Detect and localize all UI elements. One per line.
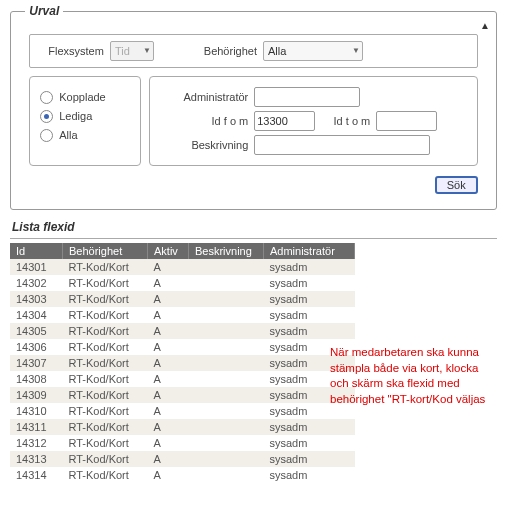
cell-aktiv: A bbox=[148, 451, 189, 467]
cell-administrator: sysadm bbox=[264, 435, 355, 451]
cell-beskrivning bbox=[189, 259, 264, 275]
cell-id: 14312 bbox=[10, 435, 63, 451]
col-aktiv[interactable]: Aktiv bbox=[148, 243, 189, 259]
cell-administrator: sysadm bbox=[264, 307, 355, 323]
cell-id: 14301 bbox=[10, 259, 63, 275]
table-row[interactable]: 14302RT-Kod/KortAsysadm bbox=[10, 275, 355, 291]
cell-id: 14310 bbox=[10, 403, 63, 419]
cell-beskrivning bbox=[189, 419, 264, 435]
cell-aktiv: A bbox=[148, 275, 189, 291]
filter-fields: Administratör Id f o m Id t o m Beskrivn… bbox=[149, 76, 478, 166]
cell-administrator: sysadm bbox=[264, 323, 355, 339]
cell-behorighet: RT-Kod/Kort bbox=[63, 323, 148, 339]
administrator-label: Administratör bbox=[158, 91, 248, 103]
cell-id: 14302 bbox=[10, 275, 63, 291]
table-row[interactable]: 14305RT-Kod/KortAsysadm bbox=[10, 323, 355, 339]
table-row[interactable]: 14313RT-Kod/KortAsysadm bbox=[10, 451, 355, 467]
col-administrator[interactable]: Administratör bbox=[264, 243, 355, 259]
table-row[interactable]: 14306RT-Kod/KortAsysadm bbox=[10, 339, 355, 355]
cell-id: 14305 bbox=[10, 323, 63, 339]
cell-beskrivning bbox=[189, 387, 264, 403]
radio-icon bbox=[40, 129, 53, 142]
cell-aktiv: A bbox=[148, 307, 189, 323]
cell-beskrivning bbox=[189, 307, 264, 323]
cell-behorighet: RT-Kod/Kort bbox=[63, 419, 148, 435]
cell-beskrivning bbox=[189, 275, 264, 291]
cell-aktiv: A bbox=[148, 355, 189, 371]
administrator-input[interactable] bbox=[254, 87, 360, 107]
cell-administrator: sysadm bbox=[264, 467, 355, 483]
id-to-input[interactable] bbox=[376, 111, 437, 131]
cell-id: 14307 bbox=[10, 355, 63, 371]
table-row[interactable]: 14314RT-Kod/KortAsysadm bbox=[10, 467, 355, 483]
cell-behorighet: RT-Kod/Kort bbox=[63, 355, 148, 371]
list-title: Lista flexid bbox=[12, 220, 507, 234]
radio-label: Lediga bbox=[59, 110, 92, 122]
cell-id: 14304 bbox=[10, 307, 63, 323]
radio-label: Kopplade bbox=[59, 91, 106, 103]
chevron-down-icon: ▼ bbox=[352, 46, 360, 55]
status-radio-group: Kopplade Lediga Alla bbox=[29, 76, 141, 166]
cell-administrator: sysadm bbox=[264, 451, 355, 467]
cell-behorighet: RT-Kod/Kort bbox=[63, 467, 148, 483]
cell-behorighet: RT-Kod/Kort bbox=[63, 403, 148, 419]
col-behorighet[interactable]: Behörighet bbox=[63, 243, 148, 259]
col-beskrivning[interactable]: Beskrivning bbox=[189, 243, 264, 259]
table-row[interactable]: 14303RT-Kod/KortAsysadm bbox=[10, 291, 355, 307]
table-row[interactable]: 14312RT-Kod/KortAsysadm bbox=[10, 435, 355, 451]
beskrivning-input[interactable] bbox=[254, 135, 430, 155]
cell-id: 14313 bbox=[10, 451, 63, 467]
cell-aktiv: A bbox=[148, 435, 189, 451]
cell-behorighet: RT-Kod/Kort bbox=[63, 435, 148, 451]
radio-option-kopplade[interactable]: Kopplade bbox=[40, 91, 130, 104]
cell-beskrivning bbox=[189, 371, 264, 387]
radio-icon bbox=[40, 110, 53, 123]
cell-behorighet: RT-Kod/Kort bbox=[63, 371, 148, 387]
cell-beskrivning bbox=[189, 339, 264, 355]
id-from-input[interactable] bbox=[254, 111, 315, 131]
radio-option-alla[interactable]: Alla bbox=[40, 129, 130, 142]
cell-behorighet: RT-Kod/Kort bbox=[63, 307, 148, 323]
table-row[interactable]: 14310RT-Kod/KortAsysadm bbox=[10, 403, 355, 419]
cell-administrator: sysadm bbox=[264, 259, 355, 275]
cell-behorighet: RT-Kod/Kort bbox=[63, 259, 148, 275]
beskrivning-label: Beskrivning bbox=[158, 139, 248, 151]
cell-beskrivning bbox=[189, 467, 264, 483]
cell-behorighet: RT-Kod/Kort bbox=[63, 339, 148, 355]
behorighet-combo[interactable]: Alla ▼ bbox=[263, 41, 363, 61]
chevron-down-icon: ▼ bbox=[143, 46, 151, 55]
urval-legend: Urval bbox=[25, 4, 63, 18]
cell-administrator: sysadm bbox=[264, 291, 355, 307]
cell-aktiv: A bbox=[148, 371, 189, 387]
id-from-label: Id f o m bbox=[158, 115, 248, 127]
radio-option-lediga[interactable]: Lediga bbox=[40, 110, 130, 123]
cell-administrator: sysadm bbox=[264, 419, 355, 435]
table-row[interactable]: 14308RT-Kod/KortAsysadm bbox=[10, 371, 355, 387]
search-button[interactable]: Sök bbox=[435, 176, 478, 194]
cell-aktiv: A bbox=[148, 387, 189, 403]
cell-id: 14309 bbox=[10, 387, 63, 403]
cell-aktiv: A bbox=[148, 291, 189, 307]
table-row[interactable]: 14309RT-Kod/KortAsysadm bbox=[10, 387, 355, 403]
flexsystem-value: Tid bbox=[115, 45, 139, 57]
cell-aktiv: A bbox=[148, 339, 189, 355]
table-row[interactable]: 14301RT-Kod/KortAsysadm bbox=[10, 259, 355, 275]
radio-label: Alla bbox=[59, 129, 77, 141]
cell-id: 14303 bbox=[10, 291, 63, 307]
table-row[interactable]: 14307RT-Kod/KortAsysadm bbox=[10, 355, 355, 371]
cell-administrator: sysadm bbox=[264, 275, 355, 291]
collapse-icon[interactable]: ▲ bbox=[480, 20, 490, 31]
cell-beskrivning bbox=[189, 403, 264, 419]
cell-beskrivning bbox=[189, 451, 264, 467]
col-id[interactable]: Id bbox=[10, 243, 63, 259]
cell-behorighet: RT-Kod/Kort bbox=[63, 275, 148, 291]
table-row[interactable]: 14304RT-Kod/KortAsysadm bbox=[10, 307, 355, 323]
cell-behorighet: RT-Kod/Kort bbox=[63, 387, 148, 403]
annotation-text: När medarbetaren ska kunna stämpla både … bbox=[330, 345, 495, 407]
cell-beskrivning bbox=[189, 291, 264, 307]
urval-panel: Urval ▲ Flexsystem Tid ▼ Behörighet Alla… bbox=[10, 4, 497, 210]
table-row[interactable]: 14311RT-Kod/KortAsysadm bbox=[10, 419, 355, 435]
cell-id: 14314 bbox=[10, 467, 63, 483]
cell-aktiv: A bbox=[148, 419, 189, 435]
cell-aktiv: A bbox=[148, 403, 189, 419]
